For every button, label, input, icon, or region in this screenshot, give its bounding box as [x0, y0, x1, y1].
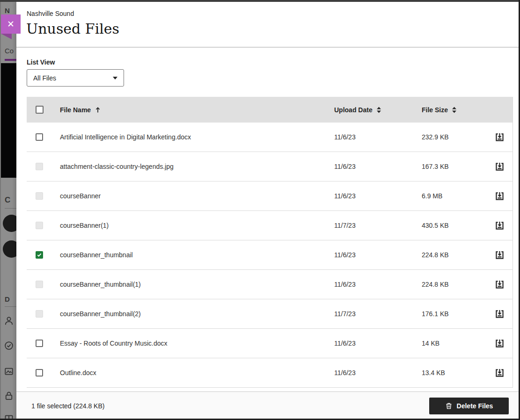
row-checkbox[interactable]	[36, 251, 43, 259]
download-file-button[interactable]	[494, 220, 505, 231]
download-file-button[interactable]	[494, 338, 505, 349]
file-name-cell: Essay - Roots of Country Music.docx	[60, 340, 334, 347]
avatar	[3, 215, 16, 232]
trash-icon	[445, 402, 453, 410]
table-row: courseBanner_thumbnail(2) 11/7/23 176.1 …	[27, 299, 513, 329]
backdrop-nav-text: N	[5, 7, 10, 14]
row-checkbox[interactable]	[36, 340, 43, 347]
table-row: Outline.docx 11/6/23 13.4 KB	[27, 358, 513, 388]
file-size-cell: 232.9 KB	[422, 133, 487, 141]
upload-date-column-header[interactable]: Upload Date	[334, 106, 422, 114]
upload-date-cell: 11/7/23	[334, 310, 422, 318]
select-all-checkbox[interactable]	[36, 106, 44, 114]
row-checkbox[interactable]	[36, 369, 43, 377]
course-banner-image	[1, 63, 16, 178]
upload-date-header-label: Upload Date	[334, 106, 373, 114]
row-checkbox	[36, 281, 43, 288]
dimmed-page-backdrop: N Co C D	[0, 0, 16, 420]
chevron-down-icon	[113, 77, 117, 80]
file-filter-value: All Files	[33, 74, 56, 82]
unused-files-panel: Nashville Sound Unused Files List View A…	[16, 2, 520, 420]
divider	[5, 306, 16, 307]
delete-files-button[interactable]: Delete Files	[429, 398, 509, 414]
download-file-button[interactable]	[494, 161, 505, 172]
active-tab-underline	[5, 59, 16, 61]
panel-footer: 1 file selected (224.8 KB) Delete Files	[16, 391, 520, 420]
backdrop-content-heading: C	[5, 196, 10, 205]
row-checkbox	[36, 192, 43, 200]
download-icon	[495, 339, 504, 348]
upload-date-cell: 11/7/23	[334, 222, 422, 229]
close-panel-button[interactable]: ✕	[1, 14, 21, 34]
file-name-cell: courseBanner_thumbnail(1)	[60, 281, 334, 288]
image-icon	[4, 367, 14, 376]
file-filter-select[interactable]: All Files	[27, 69, 124, 87]
table-row: courseBanner(1) 11/7/23 430.5 KB	[27, 211, 513, 240]
download-file-button[interactable]	[494, 131, 505, 143]
file-size-cell: 224.8 KB	[422, 281, 487, 288]
download-icon	[495, 251, 504, 260]
row-checkbox	[36, 222, 43, 229]
file-size-header-label: File Size	[422, 106, 448, 114]
download-icon	[495, 221, 504, 230]
upload-date-cell: 11/6/23	[334, 369, 422, 377]
file-name-column-header[interactable]: File Name	[60, 106, 334, 114]
upload-date-cell: 11/6/23	[334, 281, 422, 288]
download-file-button[interactable]	[494, 249, 505, 261]
table-row: attachment-classic-country-legends.jpg 1…	[27, 152, 513, 181]
unused-files-table: File Name Upload Date File Size	[27, 97, 513, 388]
download-icon	[495, 310, 504, 319]
file-name-cell: courseBanner	[60, 192, 334, 200]
file-name-cell: courseBanner_thumbnail(2)	[60, 310, 334, 318]
row-checkbox[interactable]	[36, 133, 43, 141]
upload-date-cell: 11/6/23	[334, 251, 422, 259]
file-name-cell: courseBanner_thumbnail	[60, 251, 334, 259]
panel-header: Nashville Sound Unused Files	[16, 2, 520, 48]
file-name-header-label: File Name	[60, 106, 91, 114]
close-icon: ✕	[7, 19, 15, 29]
list-view-label: List View	[27, 58, 55, 66]
file-size-cell: 14 KB	[422, 340, 487, 347]
upload-date-cell: 11/6/23	[334, 163, 422, 170]
table-row: Essay - Roots of Country Music.docx 11/6…	[27, 329, 513, 358]
file-name-cell: attachment-classic-country-legends.jpg	[60, 163, 334, 170]
file-size-cell: 176.1 KB	[422, 310, 487, 318]
file-name-cell: Outline.docx	[60, 369, 334, 377]
table-body: Artificial Intelligence in Digital Marke…	[27, 123, 513, 388]
backdrop-details-heading: D	[5, 295, 10, 303]
file-name-cell: Artificial Intelligence in Digital Marke…	[60, 133, 334, 141]
backdrop-tab-text: Co	[5, 47, 14, 55]
selection-summary: 1 file selected (224.8 KB)	[31, 402, 104, 410]
upload-date-cell: 11/6/23	[334, 133, 422, 141]
file-size-cell: 167.3 KB	[422, 163, 487, 170]
divider	[5, 208, 16, 209]
roster-person-icon	[4, 316, 14, 326]
delete-files-label: Delete Files	[457, 402, 493, 410]
avatar	[3, 240, 16, 258]
download-file-button[interactable]	[494, 279, 505, 290]
download-icon	[495, 280, 504, 289]
file-size-cell: 6.9 MB	[422, 192, 487, 200]
breadcrumb: Nashville Sound	[27, 10, 74, 17]
download-file-button[interactable]	[494, 190, 505, 202]
row-checkbox	[36, 310, 43, 318]
sort-both-icon	[376, 107, 381, 113]
table-row: Artificial Intelligence in Digital Marke…	[27, 123, 513, 152]
table-row: courseBanner 11/6/23 6.9 MB	[27, 181, 513, 211]
file-size-column-header[interactable]: File Size	[422, 106, 487, 114]
checkmark-icon	[37, 252, 42, 258]
screen: N Co C D	[0, 0, 520, 420]
download-file-button[interactable]	[494, 367, 505, 378]
table-row: courseBanner_thumbnail(1) 11/6/23 224.8 …	[27, 270, 513, 299]
lock-icon	[4, 391, 14, 400]
upload-date-cell: 11/6/23	[334, 192, 422, 200]
row-checkbox	[36, 163, 43, 170]
table-row: courseBanner_thumbnail 11/6/23 224.8 KB	[27, 240, 513, 270]
upload-date-cell: 11/6/23	[334, 340, 422, 347]
file-size-cell: 224.8 KB	[422, 251, 487, 259]
download-icon	[495, 192, 504, 201]
page-title: Unused Files	[26, 21, 119, 37]
file-name-cell: courseBanner(1)	[60, 222, 334, 229]
download-file-button[interactable]	[494, 308, 505, 319]
window-top-edge	[0, 0, 520, 2]
